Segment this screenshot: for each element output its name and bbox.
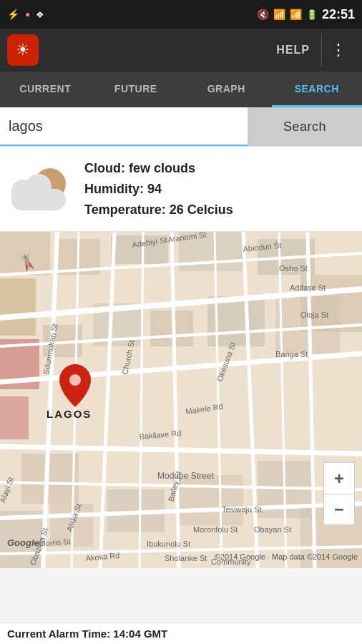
svg-rect-25 <box>179 475 243 525</box>
alarm-text: Current Alarm Time: 14:04 GMT <box>7 628 167 640</box>
svg-text:Moronfolu St: Moronfolu St <box>193 525 238 534</box>
top-bar-right: HELP ⋮ <box>265 34 355 67</box>
help-button[interactable]: HELP <box>265 36 321 64</box>
svg-rect-15 <box>0 396 29 439</box>
sun-icon: ☀ <box>16 41 30 59</box>
status-bar: ⚡ ● ❖ 🔇 📶 📶 🔋 22:51 <box>0 0 362 29</box>
map-controls: + − <box>323 462 355 525</box>
cloud-icon <box>9 164 73 214</box>
zoom-out-button[interactable]: − <box>323 494 355 525</box>
svg-text:Bariga St: Bariga St <box>275 350 308 358</box>
wifi-icon: 📶 <box>273 9 285 20</box>
humidity-label: Humidity: 94 <box>84 179 353 200</box>
bottom-bar: Current Alarm Time: 14:04 GMT <box>0 623 362 644</box>
svg-text:Sholanke St: Sholanke St <box>165 554 207 562</box>
menu-button[interactable]: ⋮ <box>321 34 355 67</box>
map-svg: Adebiyi St Aranomi St Abiodun St Osho St… <box>0 232 362 568</box>
usb-icon: ⚡ <box>7 9 19 20</box>
weather-text: Cloud: few clouds Humidity: 94 Temperatu… <box>84 158 353 220</box>
battery-icon: 🔋 <box>306 9 318 20</box>
search-bar: Search <box>0 107 362 147</box>
weather-info: Cloud: few clouds Humidity: 94 Temperatu… <box>0 147 362 232</box>
svg-text:Tesiwaju St: Tesiwaju St <box>222 505 262 514</box>
search-button[interactable]: Search <box>248 107 362 146</box>
svg-text:LAGOS: LAGOS <box>47 408 92 420</box>
weather-icon <box>9 164 73 214</box>
status-icons-left: ⚡ ● ❖ <box>7 9 44 20</box>
svg-text:Modupe Street: Modupe Street <box>157 471 214 481</box>
zoom-in-button[interactable]: + <box>323 462 355 494</box>
svg-text:Adifase St: Adifase St <box>290 283 326 292</box>
app-logo: ☀ <box>7 34 39 66</box>
tab-search[interactable]: SEARCH <box>272 72 363 107</box>
search-input[interactable] <box>0 107 248 146</box>
svg-text:Ibukunolu St: Ibukunolu St <box>147 540 190 548</box>
top-bar: ☀ HELP ⋮ <box>0 29 362 72</box>
google-copyright: ©2014 Google · Map data ©2014 Google <box>215 552 358 561</box>
svg-rect-8 <box>0 278 36 336</box>
svg-text:Oloja St: Oloja St <box>300 311 328 319</box>
status-icons-right: 🔇 📶 📶 🔋 22:51 <box>257 7 355 22</box>
tab-current[interactable]: CURRENT <box>0 72 91 107</box>
svg-point-5 <box>11 184 34 204</box>
status-time: 22:51 <box>322 7 355 22</box>
cloud-label: Cloud: few clouds <box>84 158 353 179</box>
app-icon: ❖ <box>36 9 44 20</box>
svg-text:Osho St: Osho St <box>279 264 308 273</box>
svg-rect-7 <box>0 232 50 275</box>
mute-icon: 🔇 <box>257 9 269 20</box>
svg-point-73 <box>69 374 81 386</box>
tab-future[interactable]: FUTURE <box>91 72 182 107</box>
temperature-label: Temperature: 26 Celcius <box>84 200 353 220</box>
circle-icon: ● <box>25 9 30 19</box>
map-container[interactable]: Adebiyi St Aranomi St Abiodun St Osho St… <box>0 232 362 568</box>
tab-bar: CURRENT FUTURE GRAPH SEARCH <box>0 72 362 107</box>
svg-text:Obayan St: Obayan St <box>254 525 291 534</box>
signal-icon: 📶 <box>290 9 302 20</box>
google-brand: Google <box>7 537 39 548</box>
svg-rect-21 <box>21 454 79 504</box>
tab-graph[interactable]: GRAPH <box>181 72 272 107</box>
